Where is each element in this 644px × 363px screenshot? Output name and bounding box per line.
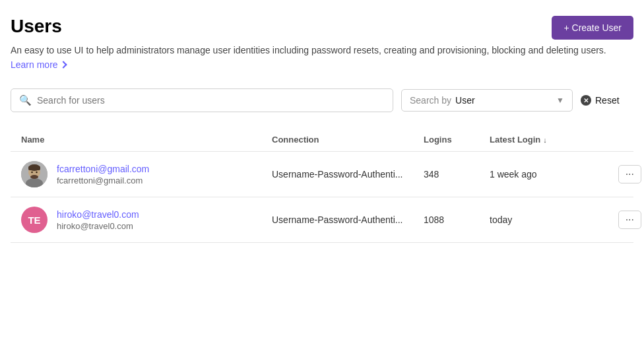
user-email-link[interactable]: hiroko@travel0.com <box>57 209 139 220</box>
avatar <box>21 161 48 187</box>
learn-more-link[interactable]: Learn more <box>11 59 66 70</box>
chevron-down-icon: ▼ <box>556 96 564 105</box>
row-actions-button[interactable]: ··· <box>618 165 641 183</box>
latest-login-cell: 1 week ago <box>490 169 608 180</box>
user-cell: TE hiroko@travel0.com hiroko@travel0.com <box>21 207 272 233</box>
search-by-label: Search by <box>410 95 451 106</box>
search-icon: 🔍 <box>19 94 32 106</box>
table-row: TE hiroko@travel0.com hiroko@travel0.com… <box>11 197 633 243</box>
user-cell: fcarrettoni@gmail.com fcarrettoni@gmail.… <box>21 161 272 187</box>
latest-login-cell: today <box>490 214 608 225</box>
search-by-dropdown[interactable]: Search by User ▼ <box>401 89 573 112</box>
page-description: An easy to use UI to help administrators… <box>11 45 633 55</box>
reset-label: Reset <box>595 95 620 106</box>
col-header-name: Name <box>21 135 272 145</box>
sort-icon: ↓ <box>543 136 547 144</box>
search-by-value: User <box>455 95 552 106</box>
svg-point-7 <box>36 172 37 173</box>
chevron-right-icon <box>59 61 67 68</box>
actions-cell: ··· <box>608 211 641 229</box>
table-row: fcarrettoni@gmail.com fcarrettoni@gmail.… <box>11 152 633 197</box>
table-header: Name Connection Logins Latest Login ↓ <box>11 128 633 152</box>
col-header-connection: Connection <box>272 135 424 145</box>
col-header-latest-login[interactable]: Latest Login ↓ <box>490 135 608 145</box>
svg-point-6 <box>31 172 32 173</box>
search-row: 🔍 Search by User ▼ ✕ Reset <box>11 88 633 112</box>
actions-cell: ··· <box>608 165 641 183</box>
users-table: Name Connection Logins Latest Login ↓ <box>11 128 633 243</box>
reset-x-icon: ✕ <box>581 95 591 106</box>
col-header-logins: Logins <box>424 135 490 145</box>
row-actions-button[interactable]: ··· <box>618 211 641 229</box>
logins-cell: 1088 <box>424 214 490 225</box>
user-email-sub: fcarrettoni@gmail.com <box>57 176 149 185</box>
search-input[interactable] <box>37 95 385 106</box>
page-title: Users <box>11 16 62 37</box>
logins-cell: 348 <box>424 169 490 180</box>
search-input-wrapper[interactable]: 🔍 <box>11 88 393 112</box>
create-user-button[interactable]: + Create User <box>552 16 633 40</box>
user-email-sub: hiroko@travel0.com <box>57 221 139 231</box>
connection-cell: Username-Password-Authenti... <box>272 169 424 180</box>
avatar: TE <box>21 207 48 233</box>
reset-button[interactable]: ✕ Reset <box>581 92 620 108</box>
user-info: fcarrettoni@gmail.com fcarrettoni@gmail.… <box>57 164 149 185</box>
col-header-actions <box>608 135 641 145</box>
svg-rect-4 <box>28 166 40 170</box>
learn-more-label: Learn more <box>11 59 58 70</box>
svg-point-5 <box>30 175 38 179</box>
user-info: hiroko@travel0.com hiroko@travel0.com <box>57 209 139 231</box>
connection-cell: Username-Password-Authenti... <box>272 214 424 225</box>
user-email-link[interactable]: fcarrettoni@gmail.com <box>57 164 149 174</box>
